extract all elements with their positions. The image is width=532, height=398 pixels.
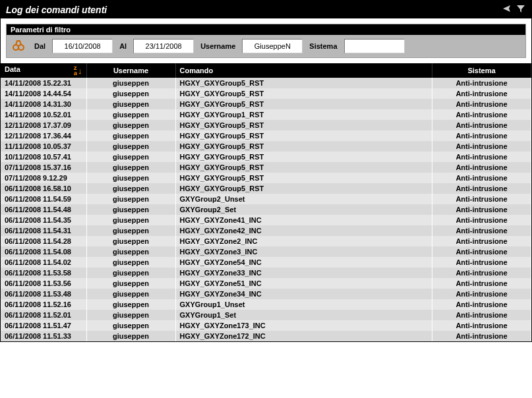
username-label: Username: [196, 42, 239, 50]
cell-username: giuseppen: [86, 289, 175, 299]
cell-comando: GXYGroup2_Unset: [175, 194, 432, 204]
cell-comando: HGXY_GXYGroup5_RST: [175, 152, 432, 162]
log-table: Data za↓ Username Comando Sistema 14/11/…: [1, 63, 531, 341]
window-title: Log dei comandi utenti: [6, 5, 107, 15]
cell-data: 14/11/2008 15.22.31: [1, 78, 86, 88]
cell-data: 10/11/2008 10.57.41: [1, 152, 86, 162]
table-row[interactable]: 06/11/2008 11.54.59giuseppenGXYGroup2_Un…: [1, 194, 531, 204]
cell-username: giuseppen: [86, 225, 175, 236]
search-icon[interactable]: [12, 40, 25, 53]
cell-comando: HGXY_GXYGroup5_RST: [175, 141, 432, 152]
cell-comando: HGXY_GXYGroup5_RST: [175, 78, 432, 88]
table-row[interactable]: 07/11/2008 9.12.29giuseppenHGXY_GXYGroup…: [1, 173, 531, 183]
table-row[interactable]: 11/11/2008 10.05.37giuseppenHGXY_GXYGrou…: [1, 141, 531, 152]
table-row[interactable]: 06/11/2008 11.53.58giuseppenHGXY_GXYZone…: [1, 268, 531, 278]
table-row[interactable]: 14/11/2008 15.22.31giuseppenHGXY_GXYGrou…: [1, 78, 531, 88]
table-row[interactable]: 06/11/2008 11.53.48giuseppenHGXY_GXYZone…: [1, 289, 531, 299]
filter-panel: Parametri di filtro Dal Al Username Sist…: [6, 24, 526, 58]
table-row[interactable]: 14/11/2008 14.44.54giuseppenHGXY_GXYGrou…: [1, 88, 531, 99]
cell-username: giuseppen: [86, 215, 175, 225]
col-header-sistema[interactable]: Sistema: [432, 63, 531, 78]
cell-sistema: Anti-intrusione: [432, 299, 531, 310]
table-row[interactable]: 06/11/2008 11.53.56giuseppenHGXY_GXYZone…: [1, 278, 531, 289]
cell-data: 12/11/2008 17.37.09: [1, 120, 86, 130]
cell-data: 06/11/2008 11.51.33: [1, 331, 86, 341]
table-row[interactable]: 06/11/2008 11.54.08giuseppenHGXY_GXYZone…: [1, 246, 531, 257]
filter-panel-body: Dal Al Username Sistema: [7, 35, 525, 57]
cell-sistema: Anti-intrusione: [432, 141, 531, 152]
table-row[interactable]: 06/11/2008 11.54.31giuseppenHGXY_GXYZone…: [1, 225, 531, 236]
cell-sistema: Anti-intrusione: [432, 225, 531, 236]
cell-sistema: Anti-intrusione: [432, 257, 531, 268]
cell-data: 11/11/2008 10.05.37: [1, 141, 86, 152]
cell-username: giuseppen: [86, 130, 175, 141]
cell-sistema: Anti-intrusione: [432, 99, 531, 109]
cell-comando: HGXY_GXYGroup5_RST: [175, 88, 432, 99]
cell-comando: HGXY_GXYGroup5_RST: [175, 120, 432, 130]
cell-sistema: Anti-intrusione: [432, 109, 531, 120]
sistema-input[interactable]: [344, 39, 405, 53]
filter-panel-header: Parametri di filtro: [7, 24, 525, 35]
cell-data: 06/11/2008 11.54.28: [1, 236, 86, 246]
cell-username: giuseppen: [86, 194, 175, 204]
cell-data: 06/11/2008 11.54.02: [1, 257, 86, 268]
cell-comando: HGXY_GXYZone172_INC: [175, 331, 432, 341]
cell-sistema: Anti-intrusione: [432, 310, 531, 320]
cell-comando: HGXY_GXYGroup5_RST: [175, 183, 432, 194]
al-input[interactable]: [133, 39, 194, 53]
cell-sistema: Anti-intrusione: [432, 183, 531, 194]
cell-username: giuseppen: [86, 268, 175, 278]
col-header-comando[interactable]: Comando: [175, 63, 432, 78]
filter-toggle-icon[interactable]: [516, 3, 526, 16]
cell-username: giuseppen: [86, 236, 175, 246]
table-row[interactable]: 14/11/2008 14.31.30giuseppenHGXY_GXYGrou…: [1, 99, 531, 109]
cell-data: 06/11/2008 11.51.47: [1, 320, 86, 331]
table-row[interactable]: 06/11/2008 11.54.28giuseppenHGXY_GXYZone…: [1, 236, 531, 246]
username-input[interactable]: [242, 39, 303, 53]
cell-username: giuseppen: [86, 99, 175, 109]
table-row[interactable]: 07/11/2008 15.37.16giuseppenHGXY_GXYGrou…: [1, 162, 531, 173]
cell-sistema: Anti-intrusione: [432, 88, 531, 99]
cell-username: giuseppen: [86, 246, 175, 257]
cell-data: 07/11/2008 9.12.29: [1, 173, 86, 183]
table-row[interactable]: 06/11/2008 11.51.47giuseppenHGXY_GXYZone…: [1, 320, 531, 331]
dal-input[interactable]: [52, 39, 113, 53]
cell-sistema: Anti-intrusione: [432, 120, 531, 130]
sistema-label: Sistema: [305, 42, 341, 50]
table-body: 14/11/2008 15.22.31giuseppenHGXY_GXYGrou…: [1, 78, 531, 341]
dal-label: Dal: [30, 42, 49, 50]
table-row[interactable]: 06/11/2008 11.52.16giuseppenGXYGroup1_Un…: [1, 299, 531, 310]
cell-comando: GXYGroup1_Set: [175, 310, 432, 320]
cell-data: 06/11/2008 11.53.48: [1, 289, 86, 299]
cell-data: 06/11/2008 11.54.48: [1, 204, 86, 215]
table-row[interactable]: 10/11/2008 10.57.41giuseppenHGXY_GXYGrou…: [1, 152, 531, 162]
cell-sistema: Anti-intrusione: [432, 173, 531, 183]
table-row[interactable]: 12/11/2008 17.37.09giuseppenHGXY_GXYGrou…: [1, 120, 531, 130]
table-row[interactable]: 06/11/2008 16.58.10giuseppenHGXY_GXYGrou…: [1, 183, 531, 194]
col-header-username[interactable]: Username: [86, 63, 175, 78]
table-row[interactable]: 06/11/2008 11.54.48giuseppenGXYGroup2_Se…: [1, 204, 531, 215]
cell-comando: HGXY_GXYGroup1_RST: [175, 109, 432, 120]
titlebar-actions: [502, 3, 526, 16]
cell-sistema: Anti-intrusione: [432, 162, 531, 173]
cell-data: 06/11/2008 11.54.08: [1, 246, 86, 257]
cell-sistema: Anti-intrusione: [432, 236, 531, 246]
cell-data: 06/11/2008 11.53.58: [1, 268, 86, 278]
table-row[interactable]: 06/11/2008 11.51.33giuseppenHGXY_GXYZone…: [1, 331, 531, 341]
table-row[interactable]: 12/11/2008 17.36.44giuseppenHGXY_GXYGrou…: [1, 130, 531, 141]
send-icon[interactable]: [502, 3, 513, 16]
cell-username: giuseppen: [86, 152, 175, 162]
cell-username: giuseppen: [86, 183, 175, 194]
cell-comando: GXYGroup2_Set: [175, 204, 432, 215]
cell-sistema: Anti-intrusione: [432, 246, 531, 257]
cell-comando: HGXY_GXYGroup5_RST: [175, 173, 432, 183]
table-row[interactable]: 06/11/2008 11.52.01giuseppenGXYGroup1_Se…: [1, 310, 531, 320]
cell-username: giuseppen: [86, 162, 175, 173]
cell-comando: HGXY_GXYZone3_INC: [175, 246, 432, 257]
col-header-data[interactable]: Data za↓: [1, 63, 86, 78]
table-row[interactable]: 06/11/2008 11.54.35giuseppenHGXY_GXYZone…: [1, 215, 531, 225]
table-row[interactable]: 06/11/2008 11.54.02giuseppenHGXY_GXYZone…: [1, 257, 531, 268]
cell-data: 14/11/2008 14.44.54: [1, 88, 86, 99]
table-row[interactable]: 14/11/2008 10.52.01giuseppenHGXY_GXYGrou…: [1, 109, 531, 120]
cell-username: giuseppen: [86, 173, 175, 183]
